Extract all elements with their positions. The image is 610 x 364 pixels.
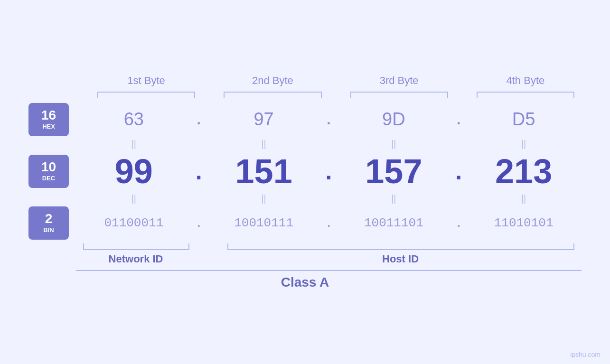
dec-badge: 10 DEC	[28, 155, 69, 188]
main-container: 1st Byte 2nd Byte 3rd Byte 4th Byte 16 H…	[0, 0, 610, 364]
network-id-bracket	[83, 243, 189, 250]
eq1-b3: ||	[336, 139, 452, 149]
network-id-label: Network ID	[83, 253, 188, 265]
eq1-b4: ||	[466, 139, 582, 149]
dec-dot3: .	[451, 158, 466, 185]
hex-dot1: .	[192, 112, 206, 128]
dec-row: 10 DEC 99 . 151 . 157 . 213	[28, 152, 582, 191]
hex-dot3: .	[451, 112, 466, 128]
equals-row-2: || || || ||	[28, 193, 582, 204]
bin-values: 01100011 . 10010111 . 10011101 . 1101010…	[76, 216, 582, 230]
bin-badge: 2 BIN	[28, 206, 69, 240]
bin-badge-label: BIN	[43, 226, 54, 233]
footer-text: ipshu.com	[570, 351, 601, 358]
eq2-b1: ||	[76, 193, 192, 204]
dec-badge-label: DEC	[42, 175, 55, 182]
dec-byte2: 151	[206, 152, 322, 191]
hex-badge-label: HEX	[42, 123, 55, 130]
hex-byte4: D5	[466, 109, 582, 130]
dec-badge-number: 10	[41, 160, 56, 174]
host-id-label: Host ID	[226, 253, 574, 265]
byte3-header: 3rd Byte	[343, 75, 455, 87]
top-brackets-row	[28, 92, 582, 98]
bottom-brackets-container: Network ID Host ID Class A	[28, 243, 582, 290]
bin-byte2: 10010111	[206, 216, 322, 230]
eq2-b4: ||	[466, 193, 582, 204]
dec-dot2: .	[322, 158, 336, 185]
hex-badge-number: 16	[41, 109, 56, 122]
bin-dot1: .	[192, 216, 206, 230]
bin-byte4: 11010101	[466, 216, 582, 230]
bin-row: 2 BIN 01100011 . 10010111 . 10011101 . 1…	[28, 206, 582, 240]
dec-values: 99 . 151 . 157 . 213	[76, 152, 582, 191]
hex-byte3: 9D	[336, 109, 452, 130]
hex-byte1: 63	[76, 109, 192, 130]
byte1-header: 1st Byte	[90, 75, 202, 87]
bin-byte3: 10011101	[336, 216, 452, 230]
class-label: Class A	[281, 275, 329, 290]
byte-headers-row: 1st Byte 2nd Byte 3rd Byte 4th Byte	[28, 75, 582, 87]
hex-dot2: .	[322, 112, 336, 128]
class-bracket-line	[76, 270, 582, 271]
bin-dot2: .	[322, 216, 336, 230]
eq2-b3: ||	[336, 193, 452, 204]
byte2-header: 2nd Byte	[216, 75, 328, 87]
hex-badge: 16 HEX	[28, 103, 69, 136]
dec-byte4: 213	[466, 152, 582, 191]
byte4-header: 4th Byte	[469, 75, 582, 87]
dec-byte1: 99	[76, 152, 192, 191]
host-id-bracket	[227, 243, 574, 250]
hex-byte2: 97	[206, 109, 322, 130]
eq2-b2: ||	[206, 193, 322, 204]
bin-badge-number: 2	[45, 212, 53, 225]
eq1-b2: ||	[206, 139, 322, 149]
dec-dot1: .	[192, 158, 206, 185]
hex-values: 63 . 97 . 9D . D5	[76, 109, 582, 130]
bin-byte1: 01100011	[76, 216, 192, 230]
eq1-b1: ||	[76, 139, 192, 149]
dec-byte3: 157	[336, 152, 452, 191]
hex-row: 16 HEX 63 . 97 . 9D . D5	[28, 103, 582, 136]
equals-row-1: || || || ||	[28, 139, 582, 149]
bin-dot3: .	[451, 216, 466, 230]
